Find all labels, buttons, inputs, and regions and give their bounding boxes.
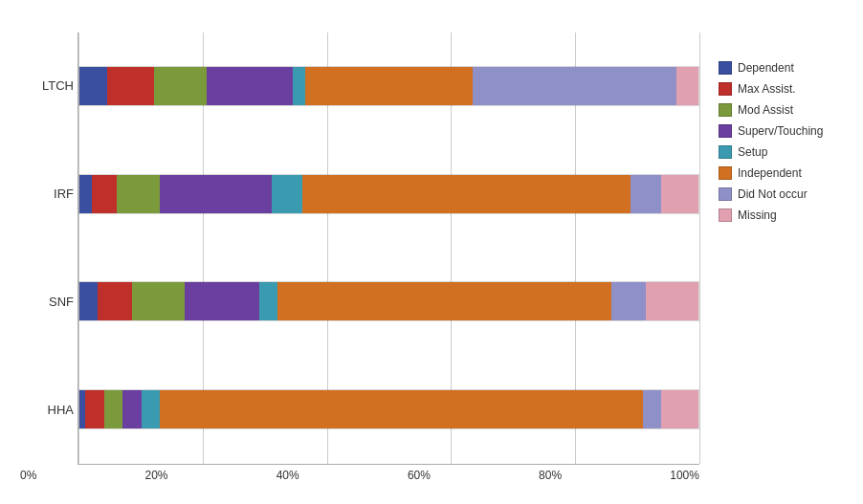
legend-label-supervTouching: Superv/Touching — [738, 124, 823, 138]
bar-segment-maxAssist — [92, 175, 117, 213]
legend-color-setup — [719, 145, 732, 159]
legend-item-supervTouching: Superv/Touching — [719, 124, 843, 138]
bar-segment-setup — [259, 282, 277, 320]
x-axis-label: 80% — [539, 469, 562, 482]
bar-segment-missing — [661, 390, 698, 428]
bar-segment-maxAssist — [98, 282, 132, 320]
legend-label-dependent: Dependent — [738, 61, 794, 75]
legend-color-dependent — [719, 61, 732, 75]
bar-segment-dependent — [79, 67, 107, 105]
legend-label-modAssist: Mod Assist — [738, 103, 793, 117]
legend-label-maxAssist: Max Assist. — [738, 82, 796, 96]
bar-segment-supervTouching — [207, 67, 294, 105]
bar-segment-modAssist — [154, 67, 207, 105]
legend-label-didNotOccur: Did Not occur — [738, 187, 808, 201]
bar-segment-supervTouching — [122, 390, 141, 428]
legend-color-supervTouching — [719, 124, 732, 138]
bar-segment-maxAssist — [107, 67, 154, 105]
bar-segment-setup — [293, 67, 305, 105]
bar-segment-didNotOccur — [631, 175, 661, 213]
bar-segment-modAssist — [132, 282, 185, 320]
bar-segment-supervTouching — [160, 175, 271, 213]
bar-row-label: SNF — [26, 295, 74, 309]
bar-row-label: IRF — [26, 186, 74, 201]
legend-item-didNotOccur: Did Not occur — [719, 187, 843, 201]
bar-segment-missing — [646, 282, 698, 320]
x-axis-label: 40% — [277, 469, 299, 482]
bar-segment-dependent — [79, 175, 92, 213]
bar-segment-maxAssist — [85, 390, 103, 428]
legend-color-missing — [719, 208, 732, 222]
legend-item-missing: Missing — [719, 208, 843, 222]
chart-area: LTCHIRFSNFHHA 0%20%40%60%80%100% — [20, 33, 699, 482]
legend-item-maxAssist: Max Assist. — [719, 82, 843, 96]
x-axis-label: 20% — [145, 469, 168, 482]
bar-row: LTCH — [78, 57, 699, 115]
legend-label-missing: Missing — [738, 208, 777, 222]
bar-row-label: LTCH — [26, 78, 74, 93]
bar-row-label: HHA — [26, 403, 74, 417]
bar-segment-didNotOccur — [473, 67, 677, 105]
legend-item-dependent: Dependent — [719, 61, 843, 75]
legend-item-setup: Setup — [719, 145, 843, 159]
legend-color-modAssist — [719, 103, 732, 117]
x-axis-label: 60% — [408, 469, 431, 482]
bar-segment-modAssist — [117, 175, 160, 213]
bar-track — [78, 389, 699, 429]
bar-segment-supervTouching — [185, 282, 259, 320]
bar-row: HHA — [78, 381, 699, 438]
bar-row: IRF — [78, 165, 699, 223]
legend: DependentMax Assist.Mod AssistSuperv/Tou… — [699, 33, 843, 222]
bar-segment-independent — [277, 282, 611, 320]
bar-segment-independent — [160, 390, 643, 428]
bar-track — [78, 281, 699, 321]
chart-container: LTCHIRFSNFHHA 0%20%40%60%80%100% Depende… — [11, 13, 852, 492]
legend-label-setup: Setup — [738, 145, 767, 159]
x-axis-label: 100% — [670, 469, 699, 482]
legend-color-didNotOccur — [719, 187, 732, 201]
bar-segment-didNotOccur — [643, 390, 661, 428]
x-axis-labels: 0%20%40%60%80%100% — [20, 469, 699, 482]
x-axis-label: 0% — [20, 469, 36, 482]
bar-track — [78, 66, 699, 106]
bar-segment-independent — [305, 67, 473, 105]
bar-segment-setup — [142, 390, 160, 428]
bar-segment-didNotOccur — [611, 282, 646, 320]
bar-segment-independent — [302, 175, 631, 213]
legend-label-independent: Independent — [738, 166, 802, 180]
bar-segment-missing — [676, 67, 698, 105]
bar-segment-missing — [661, 175, 698, 213]
bars-section: LTCHIRFSNFHHA — [77, 33, 699, 465]
bar-row: SNF — [78, 273, 699, 330]
bar-segment-modAssist — [104, 390, 122, 428]
bar-segment-dependent — [79, 282, 98, 320]
legend-item-independent: Independent — [719, 166, 843, 180]
legend-item-modAssist: Mod Assist — [719, 103, 843, 117]
bar-track — [78, 174, 699, 214]
legend-color-maxAssist — [719, 82, 732, 96]
bar-segment-setup — [272, 175, 302, 213]
legend-color-independent — [719, 166, 732, 180]
